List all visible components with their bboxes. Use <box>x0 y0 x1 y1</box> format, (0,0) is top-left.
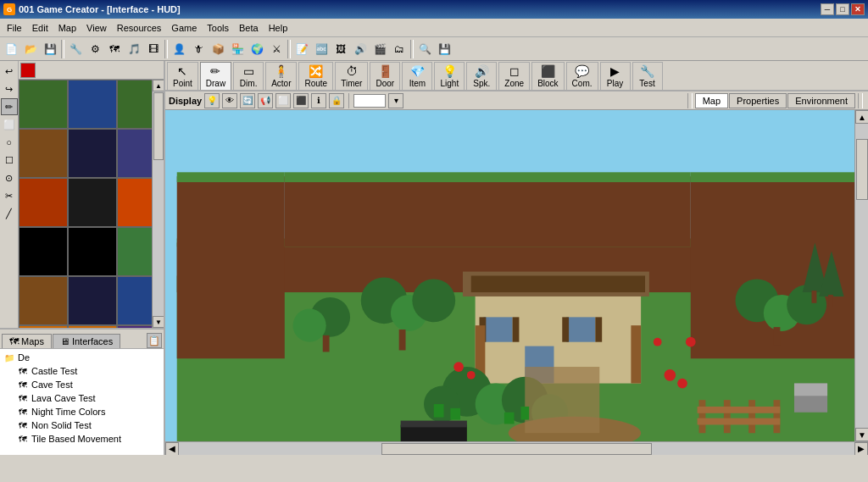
hscroll-right[interactable]: ▶ <box>854 442 868 456</box>
tool18-icon[interactable]: 🔍 <box>415 40 434 58</box>
palette-tile-11[interactable] <box>117 227 152 276</box>
tool17-icon[interactable]: 🗂 <box>390 40 409 58</box>
palette-tile-4[interactable] <box>68 129 117 178</box>
vscroll-track[interactable] <box>855 124 868 428</box>
display-icon-1[interactable]: 💡 <box>204 93 220 108</box>
tool14-icon[interactable]: 🖼 <box>331 40 350 58</box>
zoom-dropdown[interactable]: ▾ <box>388 93 403 108</box>
save-icon[interactable]: 💾 <box>41 40 59 58</box>
menu-item-beta[interactable]: Beta <box>234 21 264 35</box>
pencil-tool[interactable]: ✏ <box>1 98 18 115</box>
palette-tile-9[interactable] <box>19 227 68 276</box>
display-icon-8[interactable]: 🔒 <box>329 93 344 108</box>
tab-maps[interactable]: 🗺 Maps <box>2 334 52 348</box>
hscroll-thumb[interactable] <box>381 443 652 455</box>
palette-tile-8[interactable] <box>117 178 152 227</box>
palette-tile-3[interactable] <box>19 129 68 178</box>
tab-interfaces[interactable]: 🖥 Interfaces <box>53 334 120 348</box>
maximize-button[interactable]: □ <box>836 3 849 15</box>
menu-item-help[interactable]: Help <box>264 21 293 35</box>
tool15-icon[interactable]: 🔊 <box>351 40 370 58</box>
line-tool[interactable]: ╱ <box>1 205 18 222</box>
tab-extra-button[interactable]: 📋 <box>147 333 162 348</box>
palette-scroll-down[interactable]: ▼ <box>153 316 164 328</box>
tool2-icon[interactable]: ⚙ <box>86 40 104 58</box>
tool11-icon[interactable]: ⚔ <box>267 40 286 58</box>
scissors-tool[interactable]: ✂ <box>1 187 18 204</box>
mode-btn-door[interactable]: 🚪Door <box>370 62 400 90</box>
mode-btn-spk[interactable]: 🔊Spk. <box>466 62 497 90</box>
tree-item-4[interactable]: 🗺Non Solid Test <box>3 418 160 432</box>
mode-btn-route[interactable]: 🔀Route <box>298 62 333 90</box>
tree-item-0[interactable]: 🗺Castle Test <box>3 364 160 378</box>
tool1-icon[interactable]: 🔧 <box>66 40 85 58</box>
vscroll-down[interactable]: ▼ <box>855 428 868 441</box>
palette-vscroll[interactable]: ▲ ▼ <box>152 80 164 328</box>
minimize-button[interactable]: ─ <box>821 3 834 15</box>
display-icon-5[interactable]: ⬜ <box>275 93 291 108</box>
palette-tile-10[interactable] <box>68 227 117 276</box>
tool4-icon[interactable]: 🎵 <box>125 40 143 58</box>
menu-item-tools[interactable]: Tools <box>202 21 234 35</box>
palette-scroll-track[interactable] <box>153 91 164 316</box>
mode-btn-block[interactable]: ⬛Block <box>531 62 564 90</box>
tool6-icon[interactable]: 👤 <box>170 40 188 58</box>
tool19-icon[interactable]: 💾 <box>435 40 453 58</box>
mode-btn-timer[interactable]: ⏱Timer <box>335 62 368 90</box>
undo-tool[interactable]: ↩ <box>1 63 18 80</box>
tool16-icon[interactable]: 🎬 <box>370 40 389 58</box>
tree-item-2[interactable]: 🗺Lava Cave Test <box>3 391 160 405</box>
mode-btn-zone[interactable]: ◻Zone <box>498 62 530 90</box>
palette-tile-2[interactable] <box>117 80 152 129</box>
mode-btn-draw[interactable]: ✏Draw <box>200 62 231 90</box>
rect-tool[interactable]: ⬜ <box>1 116 18 133</box>
tree-item-3[interactable]: 🗺Night Time Colors <box>3 405 160 418</box>
hscroll-left[interactable]: ◀ <box>165 442 179 456</box>
fill-tool[interactable]: ⊙ <box>1 169 18 186</box>
menu-item-map[interactable]: Map <box>53 21 81 35</box>
palette-tile-12[interactable] <box>19 276 68 325</box>
view-tab-map[interactable]: Map <box>695 93 728 108</box>
palette-tile-5[interactable] <box>117 129 152 178</box>
palette-tile-13[interactable] <box>68 276 117 325</box>
display-icon-4[interactable]: 📢 <box>258 93 273 108</box>
tool8-icon[interactable]: 📦 <box>209 40 227 58</box>
mode-btn-play[interactable]: ▶Play <box>600 62 631 90</box>
palette-tile-1[interactable] <box>68 80 117 129</box>
redo-tool[interactable]: ↪ <box>1 80 18 97</box>
tool3-icon[interactable]: 🗺 <box>105 40 124 58</box>
palette-tile-7[interactable] <box>68 178 117 227</box>
hscroll-track[interactable] <box>179 442 854 456</box>
menu-item-edit[interactable]: Edit <box>27 21 53 35</box>
close-button[interactable]: ✕ <box>851 3 865 15</box>
display-icon-7[interactable]: ℹ <box>311 93 326 108</box>
tool9-icon[interactable]: 🏪 <box>228 40 247 58</box>
tool12-icon[interactable]: 📝 <box>292 40 311 58</box>
menu-item-resources[interactable]: Resources <box>112 21 167 35</box>
horizontal-scrollbar[interactable]: ◀ ▶ <box>165 441 868 455</box>
tool13-icon[interactable]: 🔤 <box>312 40 331 58</box>
vscroll-thumb[interactable] <box>856 139 868 200</box>
view-tab-properties[interactable]: Properties <box>729 93 787 108</box>
mode-btn-com[interactable]: 💬Com. <box>566 62 598 90</box>
display-icon-2[interactable]: 👁 <box>222 93 237 108</box>
palette-tile-0[interactable] <box>19 80 68 129</box>
vscroll-up[interactable]: ▲ <box>855 110 868 124</box>
mode-btn-point[interactable]: ↖Point <box>167 62 198 90</box>
mode-btn-actor[interactable]: 🧍Actor <box>265 62 297 90</box>
palette-tile-6[interactable] <box>19 178 68 227</box>
circle-tool[interactable]: ○ <box>1 134 18 151</box>
tree-root[interactable]: 📁 De <box>3 351 160 364</box>
palette-scroll-up[interactable]: ▲ <box>153 80 164 91</box>
tool10-icon[interactable]: 🌍 <box>248 40 266 58</box>
display-icon-6[interactable]: ⬛ <box>293 93 309 108</box>
view-tab-environment[interactable]: Environment <box>787 93 855 108</box>
palette-scroll-thumb[interactable] <box>153 92 164 160</box>
display-icon-3[interactable]: 🔄 <box>240 93 255 108</box>
titlebar-controls[interactable]: ─ □ ✕ <box>821 3 865 15</box>
menu-item-view[interactable]: View <box>81 21 112 35</box>
zoom-input[interactable]: 550 <box>353 94 386 108</box>
menu-item-file[interactable]: File <box>2 21 27 35</box>
mode-btn-test[interactable]: 🔧Test <box>632 62 663 90</box>
tool7-icon[interactable]: 🗡 <box>189 40 208 58</box>
